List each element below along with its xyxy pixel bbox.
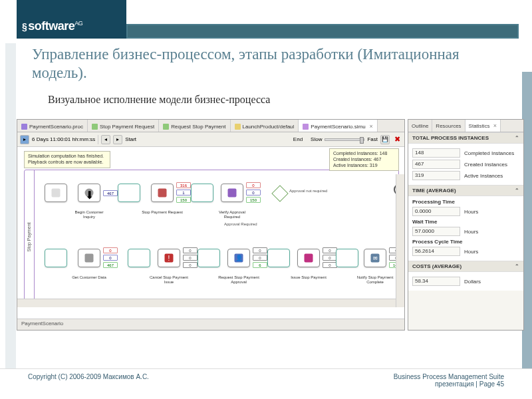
end-label: End bbox=[293, 136, 303, 142]
section-time-average[interactable]: TIME (AVERAGE)⌃ bbox=[408, 185, 523, 196]
chevron-up-icon: ⌃ bbox=[515, 188, 519, 194]
step-notify-complete[interactable]: ✉ 0 0 142 Notify Stop Payment Complete bbox=[364, 249, 386, 267]
statistics-pane: Outline Resources Statistics× TOTAL PROC… bbox=[408, 119, 524, 331]
processing-time-label: Processing Time bbox=[412, 199, 519, 205]
tab-resources[interactable]: Resources bbox=[432, 120, 465, 132]
step-progress-6[interactable] bbox=[267, 249, 290, 267]
step-begin-customer-inquiry[interactable]: ⬇ 467 Begin Customer Inquiry bbox=[78, 184, 100, 202]
slide-footer: Copyright (C) 2006-2009 Максимов А.С. Bu… bbox=[0, 368, 532, 399]
tab-statistics[interactable]: Statistics× bbox=[466, 120, 501, 132]
slide-subtitle: Визуальное исполнение модели бизнес-проц… bbox=[48, 94, 532, 106]
gateway-approval[interactable] bbox=[271, 185, 288, 201]
software-ag-logo: §softwareAG bbox=[22, 19, 82, 33]
app-screenshot: PaymentScenario.proc Stop Payment Reques… bbox=[17, 119, 524, 331]
pool-label: Stop Payment bbox=[25, 170, 35, 303]
chevron-up-icon: ⌃ bbox=[515, 135, 519, 141]
tab-stop-payment-request[interactable]: Stop Payment Request bbox=[88, 120, 159, 132]
suite-name: Business Process Management Suite bbox=[394, 373, 504, 380]
section-costs-average[interactable]: COSTS (AVERAGE)⌃ bbox=[408, 261, 523, 272]
step-progress-3[interactable] bbox=[45, 249, 67, 267]
logo-block: §softwareAG bbox=[17, 0, 126, 39]
step-request-approval[interactable]: 👤 0 0 6 Request Stop Payment Approval bbox=[227, 249, 250, 267]
vertical-scrollbar[interactable] bbox=[396, 174, 404, 307]
step-issue-stop-payment[interactable]: 0 0 0 Issue Stop Payment bbox=[297, 249, 320, 267]
chevron-up-icon: ⌃ bbox=[515, 263, 519, 269]
copyright: Copyright (C) 2006-2009 Максимов А.С. bbox=[28, 373, 149, 395]
tab-paymentscenario-proc[interactable]: PaymentScenario.proc bbox=[17, 120, 88, 132]
tooltip-instances: Completed Instances: 148 Created Instanc… bbox=[329, 148, 399, 171]
slide-title: Управление бизнес-процессом, этапы разра… bbox=[32, 45, 500, 82]
page-number: презентация | Page 45 bbox=[394, 380, 504, 388]
tab-paymentscenario-simu[interactable]: PaymentScenario.simu× bbox=[299, 120, 378, 132]
close-icon[interactable]: × bbox=[493, 122, 497, 129]
process-canvas[interactable]: Simulation computation has finished. Pla… bbox=[17, 147, 404, 319]
fast-label: Fast bbox=[367, 136, 378, 142]
canvas-footer-tab[interactable]: PaymentScenario bbox=[17, 319, 404, 330]
wait-time-label: Wait Time bbox=[412, 219, 519, 225]
slide-left-stripe bbox=[5, 43, 16, 370]
rewind-button[interactable]: ◂ bbox=[101, 135, 110, 144]
step-get-customer-data[interactable]: 0 0 467 Get Customer Data bbox=[78, 249, 100, 267]
step-progress[interactable] bbox=[118, 184, 140, 202]
tab-outline[interactable]: Outline bbox=[408, 120, 432, 132]
gateway-label-required: Approval Required bbox=[224, 222, 257, 226]
step-progress-5[interactable] bbox=[198, 249, 220, 267]
step-start[interactable] bbox=[45, 184, 67, 202]
stat-cost: 58.34Dollars bbox=[412, 277, 519, 286]
simulation-toolbar: ▸ 6 Days 11:00:01 hh:mm:ss ◂ ▸ Start End… bbox=[17, 132, 404, 147]
step-stop-payment-request[interactable]: 316 1 150 Stop Payment Request bbox=[151, 184, 174, 202]
step-progress-4[interactable] bbox=[128, 249, 150, 267]
cycle-time-label: Process Cycle Time bbox=[412, 239, 519, 245]
gateway-label-not-required: Approval not required bbox=[289, 189, 327, 193]
editor-tab-strip: PaymentScenario.proc Stop Payment Reques… bbox=[17, 120, 404, 132]
start-label: Start bbox=[125, 136, 136, 142]
slide-header: §softwareAG bbox=[0, 0, 532, 39]
slow-label: Slow bbox=[311, 136, 322, 142]
tab-request-stop-payment[interactable]: Request Stop Payment bbox=[159, 120, 230, 132]
stat-created: 467Created Instances bbox=[412, 160, 519, 169]
tab-launchproduct[interactable]: LaunchProduct/defaul bbox=[231, 120, 299, 132]
speed-slider[interactable] bbox=[325, 138, 364, 141]
save-button[interactable]: 💾 bbox=[380, 135, 390, 144]
side-tab-strip: Outline Resources Statistics× bbox=[408, 120, 523, 132]
step-progress-7[interactable] bbox=[336, 249, 358, 267]
play-button[interactable]: ▸ bbox=[113, 135, 122, 144]
close-icon[interactable]: × bbox=[370, 123, 373, 130]
editor-pane: PaymentScenario.proc Stop Payment Reques… bbox=[17, 119, 405, 331]
animate-button[interactable]: ▸ bbox=[20, 135, 29, 144]
step-cancel-stop-payment[interactable]: ! 0 0 0 Cancel Stop Payment Issue bbox=[158, 249, 180, 267]
step-progress-2[interactable] bbox=[191, 184, 213, 202]
pool: Stop Payment ⬇ 467 Begin Customer Inquir… bbox=[24, 170, 399, 304]
stop-button[interactable]: ✖ bbox=[392, 135, 402, 144]
tooltip-sim-finished: Simulation computation has finished. Pla… bbox=[24, 151, 110, 168]
stat-active: 319Active Instances bbox=[412, 171, 519, 180]
sim-clock: 6 Days 11:00:01 hh:mm:ss bbox=[32, 136, 95, 142]
step-verify-approval[interactable]: 0 0 150 Verify Approval Required bbox=[221, 184, 243, 202]
horizontal-scrollbar[interactable] bbox=[17, 299, 396, 307]
stat-completed: 148Completed Instances bbox=[412, 148, 519, 158]
section-total-instances[interactable]: TOTAL PROCESS INSTANCES⌃ bbox=[408, 132, 523, 144]
